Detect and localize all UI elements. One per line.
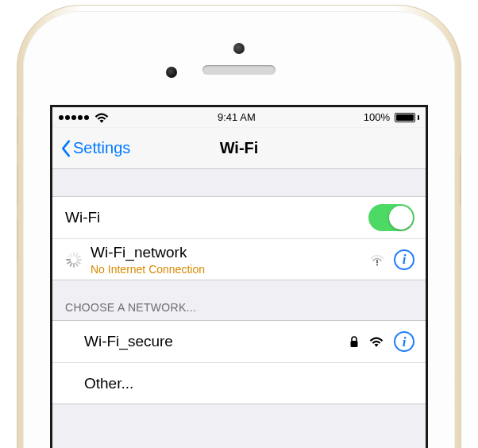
proximity-sensor — [166, 67, 177, 78]
section-gap — [52, 169, 426, 196]
wifi-main-section: Wi-Fi — [52, 196, 426, 280]
svg-rect-0 — [376, 260, 378, 264]
power-button — [460, 156, 461, 207]
cell-signal-icon — [59, 115, 89, 120]
screen: 9:41 AM 100% Settings Wi-Fi — [50, 105, 428, 448]
back-button[interactable]: Settings — [60, 139, 130, 157]
phone-bezel: 9:41 AM 100% Settings Wi-Fi — [23, 11, 455, 448]
volume-up-button — [17, 164, 18, 207]
current-network-name: Wi-Fi_network — [91, 244, 205, 261]
battery-percent: 100% — [364, 111, 390, 123]
current-network-status: No Internet Connection — [91, 263, 205, 276]
nav-bar: Settings Wi-Fi — [52, 128, 426, 169]
networks-section: Wi-Fi_secure i Other... — [52, 320, 426, 404]
network-row[interactable]: Wi-Fi_secure i — [52, 321, 426, 362]
lock-icon — [349, 335, 359, 348]
phone-frame: 9:41 AM 100% Settings Wi-Fi — [17, 5, 461, 448]
wifi-toggle[interactable] — [368, 204, 414, 231]
wifi-signal-icon — [368, 335, 384, 348]
other-label: Other... — [84, 375, 133, 392]
other-network-row[interactable]: Other... — [52, 362, 426, 404]
volume-down-button — [17, 219, 18, 262]
earpiece-speaker — [202, 65, 276, 75]
status-bar: 9:41 AM 100% — [52, 107, 426, 128]
back-label: Settings — [73, 139, 130, 157]
wifi-toggle-row: Wi-Fi — [52, 197, 426, 238]
wifi-status-icon — [94, 111, 110, 124]
front-camera — [233, 43, 245, 54]
current-network-row[interactable]: Wi-Fi_network No Internet Connection i — [52, 238, 426, 280]
status-time: 9:41 AM — [218, 111, 256, 123]
current-network-info-button[interactable]: i — [394, 249, 414, 270]
spinner-icon — [65, 252, 81, 268]
svg-rect-2 — [351, 341, 358, 347]
network-info-button[interactable]: i — [394, 331, 414, 352]
choose-network-header: CHOOSE A NETWORK... — [52, 280, 426, 320]
wifi-warning-icon — [370, 253, 384, 267]
battery-icon — [395, 113, 419, 122]
network-name: Wi-Fi_secure — [84, 333, 173, 350]
mute-switch — [17, 116, 18, 145]
chevron-left-icon — [60, 140, 71, 157]
svg-point-1 — [376, 264, 378, 265]
wifi-toggle-label: Wi-Fi — [65, 209, 100, 226]
